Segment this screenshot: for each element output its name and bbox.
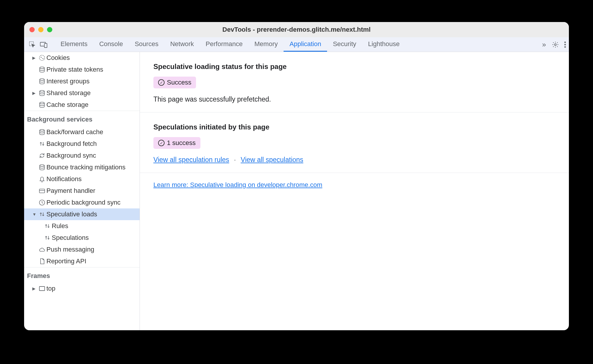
status-badge-label: Success — [167, 79, 191, 86]
sidebar-item-speculative-loads[interactable]: ▼Speculative loads — [24, 208, 140, 220]
view-rules-link[interactable]: View all speculation rules — [153, 156, 229, 164]
more-tabs-icon[interactable]: » — [539, 37, 549, 52]
maximize-window-button[interactable] — [47, 27, 52, 32]
sidebar-item-cache-storage[interactable]: Cache storage — [24, 99, 140, 111]
db-icon — [38, 78, 46, 85]
svg-point-9 — [43, 58, 43, 59]
db-icon — [38, 129, 46, 135]
tab-network[interactable]: Network — [164, 37, 200, 52]
db-icon — [38, 90, 46, 96]
tree-item-label: Cache storage — [46, 101, 140, 109]
speculations-heading: Speculations initiated by this page — [153, 123, 555, 131]
tab-console[interactable]: Console — [93, 37, 129, 52]
svg-rect-16 — [39, 189, 45, 193]
svg-point-11 — [40, 79, 44, 80]
svg-point-7 — [39, 55, 45, 60]
sidebar-item-speculations[interactable]: Speculations — [24, 232, 140, 244]
svg-point-4 — [564, 41, 566, 43]
traffic-lights — [29, 27, 52, 32]
link-separator: · — [234, 156, 236, 164]
svg-point-8 — [41, 57, 41, 58]
sync-icon — [38, 152, 46, 159]
sidebar-item-top[interactable]: ▶top — [24, 283, 140, 294]
tree-item-label: Background sync — [46, 152, 140, 159]
speculations-badge: ✓ 1 success — [153, 137, 200, 149]
card-icon — [38, 188, 46, 194]
svg-rect-2 — [44, 43, 47, 48]
sidebar-item-interest-groups[interactable]: Interest groups — [24, 75, 140, 87]
tab-elements[interactable]: Elements — [55, 37, 93, 52]
tree-arrow-icon: ▶ — [32, 91, 38, 95]
svg-point-3 — [555, 44, 556, 45]
frame-icon — [38, 286, 46, 291]
tab-performance[interactable]: Performance — [200, 37, 249, 52]
sidebar-item-back-forward-cache[interactable]: Back/forward cache — [24, 126, 140, 138]
tab-sources[interactable]: Sources — [129, 37, 164, 52]
tab-memory[interactable]: Memory — [249, 37, 284, 52]
sidebar-item-push-messaging[interactable]: Push messaging — [24, 244, 140, 255]
inspect-element-icon[interactable] — [29, 41, 36, 48]
tree-item-label: Shared storage — [46, 89, 140, 97]
devtools-window: DevTools - prerender-demos.glitch.me/nex… — [24, 22, 569, 330]
sidebar-item-private-state-tokens[interactable]: Private state tokens — [24, 64, 140, 75]
tree-item-label: Cookies — [46, 54, 140, 62]
bell-icon — [38, 176, 46, 182]
svg-point-13 — [40, 102, 44, 104]
device-toggle-icon[interactable] — [40, 41, 48, 48]
sidebar-item-background-fetch[interactable]: Background fetch — [24, 138, 140, 150]
check-circle-icon: ✓ — [158, 140, 165, 146]
svg-point-15 — [40, 165, 44, 166]
tab-application[interactable]: Application — [284, 37, 327, 52]
tree-item-label: Payment handler — [46, 187, 140, 195]
sidebar-item-payment-handler[interactable]: Payment handler — [24, 185, 140, 197]
sidebar-section-background-services: Background services — [24, 111, 140, 126]
sidebar-item-shared-storage[interactable]: ▶Shared storage — [24, 87, 140, 99]
tree-arrow-icon: ▶ — [32, 286, 38, 291]
sidebar-item-bounce-tracking-mitigations[interactable]: Bounce tracking mitigations — [24, 161, 140, 173]
tree-arrow-icon: ▼ — [32, 212, 38, 217]
tree-item-label: Notifications — [46, 175, 140, 183]
tree-item-label: top — [46, 285, 140, 292]
tab-security[interactable]: Security — [327, 37, 362, 52]
sidebar-item-reporting-api[interactable]: Reporting API — [24, 255, 140, 267]
tree-item-label: Rules — [52, 222, 140, 230]
view-speculations-link[interactable]: View all speculations — [241, 156, 303, 164]
status-badge: ✓ Success — [153, 77, 196, 88]
more-options-icon[interactable] — [564, 41, 566, 48]
doc-icon — [38, 258, 46, 264]
cookie-icon — [38, 55, 46, 61]
toolbar: ElementsConsoleSourcesNetworkPerformance… — [24, 37, 569, 52]
tree-arrow-icon: ▶ — [32, 55, 38, 60]
tree-item-label: Speculations — [52, 234, 140, 242]
panel-tabs: ElementsConsoleSourcesNetworkPerformance… — [55, 37, 539, 52]
updown-icon — [38, 211, 46, 218]
sidebar-item-background-sync[interactable]: Background sync — [24, 150, 140, 161]
tree-item-label: Interest groups — [46, 77, 140, 85]
tree-item-label: Periodic background sync — [46, 199, 140, 206]
sidebar-section-frames: Frames — [24, 267, 140, 283]
speculative-status-section: Speculative loading status for this page… — [140, 52, 569, 112]
db-icon — [38, 66, 46, 73]
speculations-initiated-section: Speculations initiated by this page ✓ 1 … — [140, 112, 569, 173]
sidebar-item-notifications[interactable]: Notifications — [24, 173, 140, 185]
db-icon — [38, 102, 46, 108]
learn-more-link[interactable]: Learn more: Speculative loading on devel… — [153, 181, 322, 188]
main-panel: Speculative loading status for this page… — [140, 52, 569, 330]
close-window-button[interactable] — [29, 27, 35, 32]
updown-icon — [38, 141, 46, 147]
sidebar-item-rules[interactable]: Rules — [24, 220, 140, 232]
updown-icon — [43, 235, 52, 241]
settings-icon[interactable] — [552, 41, 559, 48]
sidebar-item-cookies[interactable]: ▶Cookies — [24, 52, 140, 64]
svg-rect-18 — [39, 287, 45, 291]
sidebar-item-periodic-background-sync[interactable]: Periodic background sync — [24, 197, 140, 208]
tab-lighthouse[interactable]: Lighthouse — [362, 37, 406, 52]
minimize-window-button[interactable] — [38, 27, 43, 32]
speculative-status-heading: Speculative loading status for this page — [153, 63, 555, 71]
db-icon — [38, 164, 46, 171]
clock-icon — [38, 199, 46, 206]
svg-point-6 — [564, 46, 566, 48]
window-title: DevTools - prerender-demos.glitch.me/nex… — [222, 26, 371, 33]
tree-item-label: Bounce tracking mitigations — [46, 164, 140, 171]
tree-item-label: Reporting API — [46, 257, 140, 265]
